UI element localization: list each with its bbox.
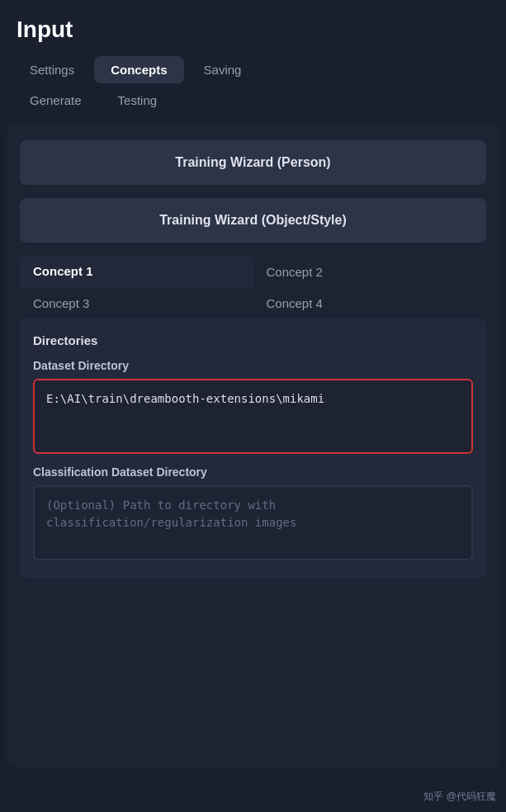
tab-testing[interactable]: Testing <box>102 87 174 114</box>
concept-tab-row-2: Concept 3 Concept 4 <box>20 288 486 319</box>
tab-saving[interactable]: Saving <box>187 56 258 83</box>
concept-tab-2[interactable]: Concept 2 <box>253 256 487 288</box>
directories-label: Directories <box>33 333 473 347</box>
tabs-row-1: Settings Concepts Saving <box>0 56 506 83</box>
tabs-row-2: Generate Testing <box>0 87 506 114</box>
classification-directory-input[interactable] <box>33 485 473 560</box>
training-wizard-object-button[interactable]: Training Wizard (Object/Style) <box>20 198 486 243</box>
concept-panel: Directories Dataset Directory E:\AI\trai… <box>20 319 486 578</box>
dataset-directory-label: Dataset Directory <box>33 359 473 372</box>
page-title: Input <box>0 0 506 56</box>
tab-concepts[interactable]: Concepts <box>94 56 183 83</box>
training-wizard-person-button[interactable]: Training Wizard (Person) <box>20 140 486 185</box>
classification-directory-label: Classification Dataset Directory <box>33 465 473 479</box>
dataset-directory-input[interactable]: E:\AI\train\dreambooth-extensions\mikami <box>33 379 473 454</box>
tab-settings[interactable]: Settings <box>13 56 91 83</box>
concept-tab-4[interactable]: Concept 4 <box>253 288 487 319</box>
watermark: 知乎 @代码狂魔 <box>423 790 496 804</box>
concept-tab-3[interactable]: Concept 3 <box>20 288 253 319</box>
concept-tab-row-1: Concept 1 Concept 2 <box>20 256 486 288</box>
concept-tab-1[interactable]: Concept 1 <box>20 256 253 288</box>
concept-tabs-container: Concept 1 Concept 2 Concept 3 Concept 4 <box>20 256 486 319</box>
main-content: Training Wizard (Person) Training Wizard… <box>7 124 499 767</box>
tab-generate[interactable]: Generate <box>13 87 98 114</box>
